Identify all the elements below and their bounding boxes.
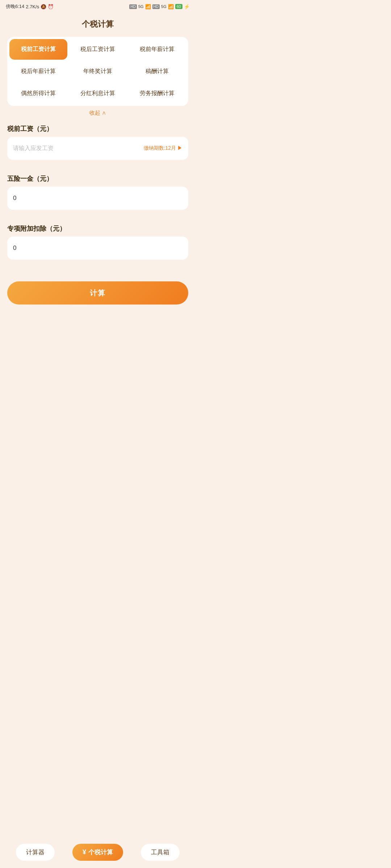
tab-royalty[interactable]: 稿酬计算 [128,61,186,82]
deduction-card: 0 [7,237,188,260]
salary-input[interactable] [13,145,144,152]
deduction-value: 0 [13,244,16,252]
salary-label: 税前工资（元） [7,124,188,133]
signal-5g: 5G [138,4,144,9]
tab-year-bonus[interactable]: 年终奖计算 [69,61,127,82]
signal-bars: 📶 [145,4,151,9]
page-title: 个税计算 [0,13,196,37]
status-bar: 傍晚6:14 2.7K/s 🔕 ⏰ HD 5G 📶 HD 5G 📶 60 ⚡ [0,0,196,13]
battery-icon: ⚡ [184,4,190,9]
insurance-card: 0 [7,187,188,210]
deduction-label: 专项附加扣除（元） [7,224,188,233]
salary-input-card: 缴纳期数:12月 ▶ [7,137,188,160]
signal-bars2: 📶 [168,4,174,9]
content-area: 个税计算 税前工资计算 税后工资计算 税前年薪计算 税后年薪计算 年终奖计算 稿… [0,13,196,348]
hd-badge2: HD [152,4,160,9]
mute-icon: 🔕 [41,4,46,9]
collapse-button[interactable]: 收起 ∧ [0,106,196,119]
time-text: 傍晚6:14 [6,3,24,10]
period-selector[interactable]: 缴纳期数:12月 ▶ [144,145,182,152]
network-speed: 2.7K/s [26,4,39,9]
tab-dividend[interactable]: 分红利息计算 [69,83,127,104]
hd-badge: HD [129,4,136,9]
tab-pretax-salary[interactable]: 税前工资计算 [9,39,67,60]
tab-panel: 税前工资计算 税后工资计算 税前年薪计算 税后年薪计算 年终奖计算 稿酬计算 偶… [7,37,188,106]
tab-occasional[interactable]: 偶然所得计算 [9,83,67,104]
battery-text: 60 [175,4,182,9]
tab-aftertax-salary[interactable]: 税后工资计算 [69,39,127,60]
insurance-label: 五险一金（元） [7,174,188,183]
tab-pretax-annual[interactable]: 税前年薪计算 [128,39,186,60]
status-left: 傍晚6:14 2.7K/s 🔕 ⏰ [6,3,54,10]
calculate-button[interactable]: 计算 [7,281,188,305]
insurance-value: 0 [13,195,16,202]
tab-labor[interactable]: 劳务报酬计算 [128,83,186,104]
alarm-icon: ⏰ [48,4,54,9]
status-right: HD 5G 📶 HD 5G 📶 60 ⚡ [129,4,190,9]
tab-aftertax-annual[interactable]: 税后年薪计算 [9,61,67,82]
signal-5g2: 5G [161,4,167,9]
